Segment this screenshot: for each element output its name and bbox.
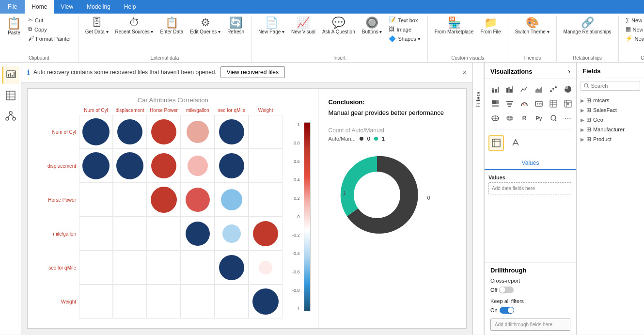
recovery-bar: ℹ Auto recovery contains some recovered …: [21, 63, 472, 82]
tab-modeling[interactable]: Modeling: [80, 0, 117, 14]
data-view-icon[interactable]: [2, 87, 19, 104]
recovery-bar-close-button[interactable]: ×: [463, 68, 467, 76]
add-data-fields-input[interactable]: Add data fields here: [488, 182, 572, 194]
from-marketplace-button[interactable]: 🏪 From Marketplace: [432, 16, 477, 36]
svg-line-51: [555, 120, 557, 122]
recent-sources-button[interactable]: ⏱ Recent Sources ▾: [112, 16, 157, 36]
new-measure-button[interactable]: ∑ New Measure: [623, 16, 644, 24]
drillthrough-title: Drillthrough: [490, 267, 570, 274]
text-box-button[interactable]: 📝 Text box: [386, 16, 423, 24]
get-data-button[interactable]: 🗄 Get Data ▾: [82, 16, 111, 36]
svg-line-57: [587, 87, 589, 88]
keep-filters-toggle-track[interactable]: [500, 307, 514, 314]
viz-qa[interactable]: [547, 112, 560, 125]
svg-marker-23: [535, 87, 542, 93]
svg-rect-20: [508, 87, 510, 93]
edit-queries-icon: ⚙: [201, 17, 210, 28]
tab-file[interactable]: File: [0, 0, 25, 14]
viz-icons-grid: 123 R Py ···: [485, 79, 576, 129]
buttons-button[interactable]: 🔘 Buttons ▾: [359, 16, 385, 36]
ask-question-button[interactable]: 💬 Ask A Question: [319, 16, 358, 36]
chevron-right-icon: ▶: [581, 98, 584, 103]
viz-gauge[interactable]: [518, 97, 531, 111]
new-visual-button[interactable]: 📈 New Visual: [288, 16, 318, 36]
viz-table[interactable]: [547, 97, 560, 111]
switch-theme-button[interactable]: 🎨 Switch Theme ▾: [512, 16, 552, 36]
enter-data-button[interactable]: 📋 Enter Data: [157, 16, 187, 36]
donut-chart-title: Count of Auto/Manual: [329, 127, 456, 134]
tab-help[interactable]: Help: [117, 0, 143, 14]
ribbon-group-custom-visuals: 🏪 From Marketplace 📁 From File Custom vi…: [428, 16, 508, 62]
cut-button[interactable]: ✂ Cut: [25, 16, 74, 24]
tab-home[interactable]: Home: [25, 0, 54, 14]
filters-label: Filters: [475, 92, 482, 108]
ribbon-tab-bar: File Home View Modeling Help: [0, 0, 644, 14]
legend-label-0: 0: [367, 136, 370, 142]
add-drillthrough-fields-button[interactable]: Add drillthrough fields here: [490, 319, 570, 331]
report-view-icon[interactable]: [2, 66, 19, 84]
image-button[interactable]: 🖼 Image: [386, 25, 423, 33]
cross-report-toggle[interactable]: Off: [490, 287, 570, 293]
donut-label-0: 0: [427, 195, 430, 201]
viz-matrix[interactable]: [561, 97, 575, 111]
viz-filled-map[interactable]: [503, 112, 517, 125]
group-name-rntcars: rntcars: [593, 97, 610, 103]
svg-rect-52: [492, 139, 500, 147]
manage-relationships-button[interactable]: 🔗 Manage Relationships: [561, 16, 614, 36]
viz-py-visual[interactable]: Py: [532, 112, 546, 125]
svg-rect-18: [498, 87, 499, 93]
viz-tab-bar: Values: [485, 157, 576, 171]
fields-search-input[interactable]: [591, 83, 637, 89]
format-painter-button[interactable]: 🖌 Format Painter: [25, 34, 74, 43]
fields-group-salesfact: ▶ ⊞ SalesFact: [577, 105, 644, 115]
viz-stacked-bar[interactable]: [488, 82, 502, 96]
new-column-button[interactable]: ▦ New Column: [623, 25, 644, 33]
report-canvas: Car Attributes Correlation Num of Cyl di…: [27, 88, 467, 329]
svg-rect-31: [507, 103, 512, 105]
copy-button[interactable]: ⧉ Copy: [25, 25, 74, 33]
viz-map[interactable]: [488, 112, 502, 125]
viz-fields-icon[interactable]: [488, 135, 504, 151]
new-page-button[interactable]: 📄 New Page ▾: [255, 16, 287, 36]
refresh-button[interactable]: 🔄 Refresh: [224, 16, 247, 36]
model-view-icon[interactable]: [2, 107, 19, 125]
expand-icon[interactable]: ›: [568, 67, 570, 75]
viz-tab-values[interactable]: Values: [485, 157, 576, 170]
viz-clustered-bar[interactable]: [503, 82, 517, 96]
view-recovered-files-button[interactable]: View recovered files: [220, 66, 285, 78]
chevron-right-icon: ▶: [581, 127, 584, 132]
buttons-icon: 🔘: [365, 17, 378, 28]
text-box-icon: 📝: [389, 17, 396, 23]
chevron-right-icon: ▶: [581, 117, 584, 123]
donut-chart: 1 0: [329, 146, 435, 243]
viz-area-chart[interactable]: [532, 82, 546, 96]
paste-button[interactable]: 📋 Paste: [4, 16, 24, 37]
viz-pie[interactable]: [561, 82, 575, 96]
copy-icon: ⧉: [28, 26, 32, 32]
viz-funnel[interactable]: [503, 97, 517, 111]
tab-view[interactable]: View: [54, 0, 80, 14]
new-quick-measure-button[interactable]: ⚡ New Quick Measure: [623, 34, 644, 43]
fields-group-product: ▶ ⊞ Product: [577, 134, 644, 144]
keep-filters-toggle[interactable]: On: [490, 307, 570, 314]
svg-rect-29: [492, 105, 499, 107]
paste-icon: 📋: [7, 17, 21, 29]
from-file-button[interactable]: 📁 From File: [477, 16, 503, 36]
cross-report-toggle-track[interactable]: [499, 287, 514, 293]
viz-more[interactable]: ···: [561, 112, 575, 125]
fields-search-box[interactable]: [581, 81, 640, 91]
shapes-button[interactable]: 🔷 Shapes ▾: [386, 34, 423, 43]
viz-r-visual[interactable]: R: [518, 112, 531, 125]
cross-report-label: Cross-report: [490, 278, 520, 284]
viz-scatter[interactable]: [547, 82, 560, 96]
group-name-product: Product: [593, 136, 612, 142]
new-visual-icon: 📈: [297, 17, 310, 28]
viz-line-chart[interactable]: [518, 82, 531, 96]
viz-treemap[interactable]: [488, 97, 502, 111]
svg-point-56: [584, 84, 588, 87]
viz-format-icon[interactable]: [508, 135, 523, 151]
viz-card[interactable]: 123: [532, 97, 546, 111]
edit-queries-button[interactable]: ⚙ Edit Queries ▾: [187, 16, 223, 36]
svg-point-25: [552, 88, 554, 90]
ask-question-icon: 💬: [332, 17, 345, 28]
